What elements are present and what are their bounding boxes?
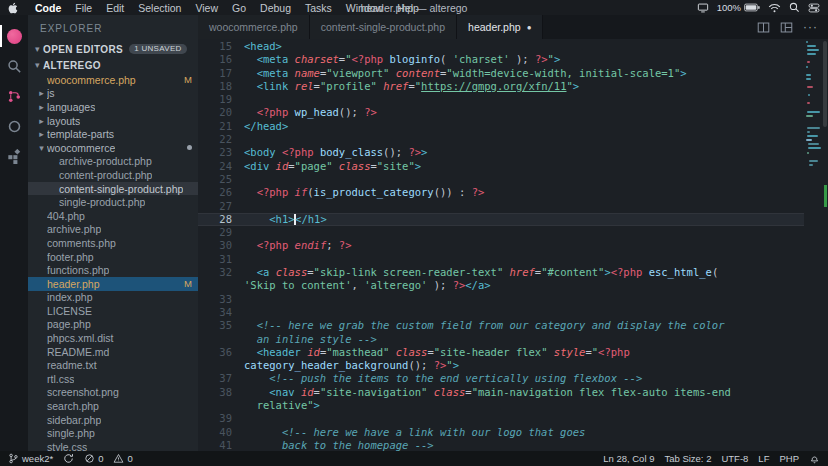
menu-item-selection[interactable]: Selection (131, 2, 188, 14)
code-line[interactable]: 35 <!-- here we grab the custom field fr… (198, 319, 804, 332)
apple-menu[interactable] (8, 2, 18, 14)
code-line[interactable]: 40 <!-- here we have a link with our log… (198, 426, 804, 439)
sync-icon[interactable] (63, 453, 74, 464)
folder-item[interactable]: ▸template-parts (28, 127, 198, 141)
code-line[interactable]: 16 <meta charset="<?php bloginfo( 'chars… (198, 53, 804, 66)
file-item[interactable]: rtl.css (28, 372, 198, 386)
file-item[interactable]: comments.php (28, 236, 198, 250)
code-line[interactable]: 41 back to the homepage --> (198, 439, 804, 451)
code-line[interactable]: 18 <link rel="profile" href="https://gmp… (198, 80, 804, 93)
file-item[interactable]: LICENSE (28, 304, 198, 318)
folder-item[interactable]: ▸layouts (28, 114, 198, 128)
file-item[interactable]: search.php (28, 399, 198, 413)
file-item[interactable]: content-single-product.php (28, 182, 198, 196)
minimap[interactable] (806, 41, 821, 168)
layout-icon[interactable] (780, 21, 793, 34)
git-branch-item[interactable]: week2* (8, 453, 53, 464)
code-line[interactable]: 23<body <?php body_class(); ?>> (198, 146, 804, 159)
tab[interactable]: content-single-product.php (310, 15, 457, 39)
control-center-icon[interactable] (808, 3, 820, 13)
warnings-item[interactable]: 0 (113, 453, 132, 464)
code-line[interactable]: category_header_background(); ?>"> (198, 359, 804, 372)
display-icon[interactable] (697, 3, 709, 13)
code-line[interactable]: 21</head> (198, 120, 804, 133)
source-control-icon[interactable] (0, 81, 28, 111)
code-line[interactable]: 17 <meta name="viewport" content="width=… (198, 67, 804, 80)
file-item[interactable]: page.php (28, 318, 198, 332)
file-item[interactable]: phpcs.xml.dist (28, 331, 198, 345)
language-mode[interactable]: PHP (779, 453, 799, 464)
file-item[interactable]: footer.php (28, 250, 198, 264)
code-line[interactable]: 25 (198, 173, 804, 186)
scrollbar-thumb[interactable] (823, 41, 827, 127)
file-item[interactable]: content-product.php (28, 168, 198, 182)
code-editor[interactable]: 15<head>16 <meta charset="<?php bloginfo… (198, 39, 828, 451)
errors-item[interactable]: 0 (84, 453, 103, 464)
file-item[interactable]: woocommerce.phpM (28, 73, 198, 87)
menu-item-tasks[interactable]: Tasks (298, 2, 339, 14)
menu-item-edit[interactable]: Edit (99, 2, 131, 14)
eol[interactable]: LF (758, 453, 769, 464)
file-item[interactable]: single-product.php (28, 195, 198, 209)
code-line[interactable]: 37 <!-- push the items to the end vertic… (198, 372, 804, 385)
file-item[interactable]: screenshot.png (28, 386, 198, 400)
folder-item[interactable]: ▾woocommerce (28, 141, 198, 155)
code-line[interactable]: 32 <a class="skip-link screen-reader-tex… (198, 266, 804, 279)
extensions-icon[interactable] (0, 141, 28, 171)
file-item[interactable]: functions.php (28, 263, 198, 277)
menu-item-debug[interactable]: Debug (253, 2, 298, 14)
code-line[interactable]: 38 <nav id="site-navigation" class="main… (198, 386, 804, 399)
folder-item[interactable]: ▸js (28, 87, 198, 101)
search-icon[interactable] (0, 51, 28, 81)
code-line[interactable]: 39 (198, 412, 804, 425)
code-line[interactable]: 36 <header id="masthead" class="site-hea… (198, 346, 804, 359)
code-line[interactable]: 29 (198, 226, 804, 239)
file-item[interactable]: 404.php (28, 209, 198, 223)
file-item[interactable]: archive-product.php (28, 155, 198, 169)
file-item[interactable]: archive.php (28, 223, 198, 237)
code-line[interactable]: 20 <?php wp_head(); ?> (198, 106, 804, 119)
code-line[interactable]: 24<div id="page" class="site"> (198, 160, 804, 173)
code-line[interactable]: 'Skip to content', 'alterego' ); ?></a> (198, 279, 804, 292)
code-line[interactable]: 34 (198, 306, 804, 319)
code-line[interactable]: 19 (198, 93, 804, 106)
code-line[interactable]: 28 <h1></h1> (198, 213, 804, 226)
code-line[interactable]: relative"> (198, 399, 804, 412)
menu-item-code[interactable]: Code (28, 2, 68, 14)
file-item[interactable]: readme.txt (28, 358, 198, 372)
code-line[interactable]: 15<head> (198, 40, 804, 53)
scrollbar[interactable] (822, 39, 828, 451)
encoding[interactable]: UTF-8 (721, 453, 748, 464)
battery-indicator[interactable]: 100% (717, 2, 760, 13)
cursor-position[interactable]: Ln 28, Col 9 (603, 453, 654, 464)
code-line[interactable]: 22 (198, 133, 804, 146)
file-item[interactable]: sidebar.php (28, 413, 198, 427)
code-line[interactable]: 26 <?php if(is_product_category()) : ?> (198, 186, 804, 199)
code-line[interactable]: 30 <?php endif; ?> (198, 239, 804, 252)
tab[interactable]: header.php● (457, 15, 543, 39)
wifi-icon[interactable] (768, 3, 781, 13)
minimap-line (809, 160, 818, 162)
root-folder-section[interactable]: ▾ ALTEREGO (28, 57, 198, 73)
file-item[interactable]: index.php (28, 291, 198, 305)
tab[interactable]: woocommerce.php (198, 15, 310, 39)
debug-icon[interactable] (0, 111, 28, 141)
explorer-icon[interactable] (0, 21, 28, 51)
spotlight-icon[interactable] (789, 2, 800, 13)
folder-item[interactable]: ▸languages (28, 100, 198, 114)
code-line[interactable]: 33 (198, 293, 804, 306)
open-editors-section[interactable]: ▾ OPEN EDITORS 1 UNSAVED (28, 41, 198, 57)
bell-icon[interactable] (809, 453, 820, 464)
file-item[interactable]: single.php (28, 426, 198, 440)
tab-size[interactable]: Tab Size: 2 (664, 453, 711, 464)
menu-item-go[interactable]: Go (225, 2, 253, 14)
code-line[interactable]: 27 (198, 200, 804, 213)
menu-item-view[interactable]: View (188, 2, 225, 14)
file-item[interactable]: README.md (28, 345, 198, 359)
code-line[interactable]: an inline style --> (198, 333, 804, 346)
file-item[interactable]: style.css (28, 440, 198, 451)
file-item[interactable]: header.phpM (28, 277, 198, 291)
menu-item-file[interactable]: File (68, 2, 99, 14)
split-editor-icon[interactable] (757, 21, 770, 34)
code-line[interactable]: 31 (198, 253, 804, 266)
